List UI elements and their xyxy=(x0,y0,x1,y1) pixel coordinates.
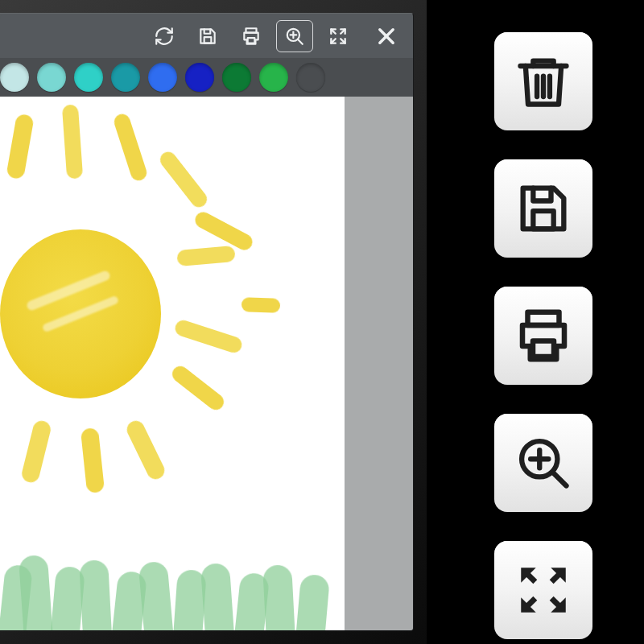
zoom-in-button[interactable] xyxy=(276,20,313,52)
color-palette xyxy=(0,58,413,97)
zoom-in-icon xyxy=(513,432,574,493)
svg-rect-12 xyxy=(533,211,553,229)
color-swatch[interactable] xyxy=(296,63,325,92)
sun-drawing xyxy=(0,229,161,398)
save-icon xyxy=(197,26,218,47)
close-icon xyxy=(375,25,398,47)
canvas-viewport xyxy=(0,97,413,630)
print-button-large[interactable] xyxy=(494,287,592,385)
zoom-in-button-large[interactable] xyxy=(494,414,592,512)
trash-button[interactable] xyxy=(494,32,592,130)
color-swatch[interactable] xyxy=(185,63,214,92)
trash-icon xyxy=(513,51,574,112)
device-frame xyxy=(0,0,427,644)
svg-rect-14 xyxy=(533,341,554,357)
svg-line-18 xyxy=(554,473,567,486)
svg-line-6 xyxy=(298,39,302,43)
color-swatch[interactable] xyxy=(222,63,251,92)
expand-button[interactable] xyxy=(320,20,357,52)
side-action-panel xyxy=(475,32,612,639)
expand-icon xyxy=(328,26,349,47)
save-button-large[interactable] xyxy=(494,159,592,258)
refresh-button[interactable] xyxy=(146,20,183,52)
save-icon xyxy=(513,178,574,239)
svg-rect-2 xyxy=(248,38,255,43)
top-toolbar xyxy=(0,14,413,58)
zoom-in-icon xyxy=(284,26,305,47)
color-swatch[interactable] xyxy=(148,63,177,92)
color-swatch[interactable] xyxy=(37,63,66,92)
refresh-icon xyxy=(154,26,175,47)
expand-icon xyxy=(514,560,573,620)
color-swatch[interactable] xyxy=(111,63,140,92)
app-window xyxy=(0,13,414,631)
print-icon xyxy=(241,26,262,47)
print-button[interactable] xyxy=(233,20,270,52)
drawing-canvas[interactable] xyxy=(0,97,345,630)
save-button[interactable] xyxy=(189,20,226,52)
expand-button-large[interactable] xyxy=(494,541,592,639)
color-swatch[interactable] xyxy=(74,63,103,92)
close-button[interactable] xyxy=(368,20,405,52)
svg-rect-0 xyxy=(204,37,212,43)
print-icon xyxy=(512,304,575,367)
color-swatch[interactable] xyxy=(259,63,288,92)
color-swatch[interactable] xyxy=(0,63,29,92)
